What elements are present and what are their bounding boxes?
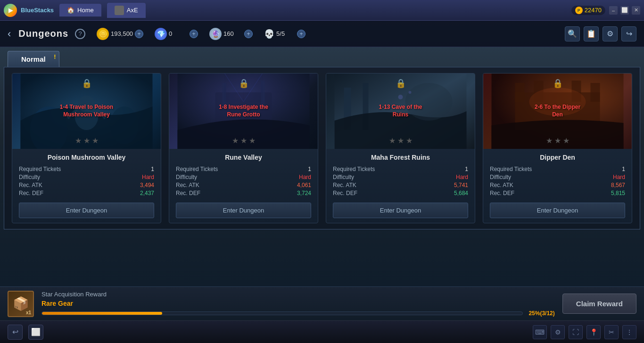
enter-dungeon-button-3[interactable]: Enter Dungeon <box>333 203 468 218</box>
difficulty-label-2: Difficulty <box>176 174 197 180</box>
difficulty-value-1: Hard <box>142 174 154 180</box>
add-gold-button[interactable]: + <box>135 30 143 38</box>
enter-dungeon-button-1[interactable]: Enter Dungeon <box>19 203 154 218</box>
stat-atk-2: Rec. ATK 4,061 <box>176 182 311 188</box>
crystal-value: 160 <box>223 30 242 37</box>
game-top-bar: ‹ Dungeons ? 🪙 193,500 + 💎 0 + 🔮 160 + 💀… <box>0 21 644 47</box>
dungeon-card-1: 1-4 Travel to Poison Mushroom Valley 🔒 ★… <box>12 73 161 223</box>
close-button[interactable]: ✕ <box>632 6 640 15</box>
game-area: ‹ Dungeons ? 🪙 193,500 + 💎 0 + 🔮 160 + 💀… <box>0 21 644 320</box>
quest-label-1: 1-4 Travel to Poison Mushroom Valley <box>58 104 115 118</box>
star-2-1: ★ <box>232 136 239 145</box>
difficulty-value-3: Hard <box>456 174 468 180</box>
dungeon-name-1: Poison Mushroom Valley <box>19 154 154 161</box>
reward-progress-bar <box>41 311 523 315</box>
reward-chest: 📦 x1 <box>8 291 34 317</box>
settings-taskbar-button[interactable]: ⚙ <box>551 325 565 339</box>
taskbar: ↩ ⬜ ⌨ ⚙ ⛶ 📍 ✂ ⋮ <box>0 320 644 343</box>
exit-button[interactable]: ↪ <box>621 26 636 41</box>
stat-difficulty-3: Difficulty Hard <box>333 174 468 180</box>
stat-tickets-1: Required Tickets 1 <box>19 166 154 172</box>
dungeon-name-4: Dipper Den <box>490 154 625 161</box>
title-bar: ▶ BlueStacks 🏠 Home AxE P 22470 – ⬜ ✕ <box>0 0 644 21</box>
tickets-label-3: Required Tickets <box>333 166 375 172</box>
stat-atk-3: Rec. ATK 5,741 <box>333 182 468 188</box>
add-gem-button[interactable]: + <box>190 30 198 38</box>
stat-tickets-4: Required Tickets 1 <box>490 166 625 172</box>
help-icon: ? <box>78 30 82 37</box>
minimize-button[interactable]: – <box>609 6 618 15</box>
tickets-label-2: Required Tickets <box>176 166 218 172</box>
atk-value-4: 8,567 <box>611 182 625 188</box>
cut-button[interactable]: ✂ <box>604 325 619 339</box>
more-button[interactable]: ⋮ <box>622 325 636 339</box>
claim-reward-button[interactable]: Claim Reward <box>562 294 636 314</box>
dungeon-image-1: 1-4 Travel to Poison Mushroom Valley 🔒 ★… <box>12 74 161 149</box>
dungeon-info-3: Maha Forest Ruins Required Tickets 1 Dif… <box>326 149 475 223</box>
enter-dungeon-button-2[interactable]: Enter Dungeon <box>176 203 311 218</box>
help-button[interactable]: ? <box>75 29 85 39</box>
add-queue-button[interactable]: + <box>297 30 305 38</box>
enter-dungeon-button-4[interactable]: Enter Dungeon <box>490 203 625 218</box>
star-1-1: ★ <box>75 136 82 145</box>
star-2-2: ★ <box>240 136 247 145</box>
star-4-3: ★ <box>563 136 570 145</box>
tab-game[interactable]: AxE <box>107 3 146 18</box>
svg-rect-9 <box>223 83 226 106</box>
gold-icon: 🪙 <box>97 28 109 40</box>
maximize-button[interactable]: ⬜ <box>620 6 629 15</box>
back-button[interactable]: ‹ <box>8 28 11 40</box>
queue-value: 5/5 <box>276 30 295 37</box>
keyboard-button[interactable]: ⌨ <box>533 325 547 339</box>
location-button[interactable]: 📍 <box>586 325 601 339</box>
quest-label-2: 1-8 Investigate the Rune Grotto <box>215 104 272 118</box>
quest-label-3: 1-13 Cave of the Ruins <box>372 104 429 118</box>
stars-row-1: ★ ★ ★ <box>75 136 99 145</box>
stars-row-2: ★ ★ ★ <box>232 136 256 145</box>
title-controls: – ⬜ ✕ <box>609 6 640 15</box>
stat-difficulty-4: Difficulty Hard <box>490 174 625 180</box>
def-value-2: 3,724 <box>297 190 311 196</box>
top-bar-actions: 🔍 📋 ⚙ ↪ <box>565 26 636 41</box>
stat-def-3: Rec. DEF 5,684 <box>333 190 468 196</box>
dungeon-info-2: Rune Valley Required Tickets 1 Difficult… <box>169 149 318 223</box>
stat-difficulty-1: Difficulty Hard <box>19 174 154 180</box>
svg-rect-21 <box>515 83 525 102</box>
atk-value-2: 4,061 <box>297 182 311 188</box>
search-button[interactable]: 🔍 <box>565 26 580 41</box>
def-label-1: Rec. DEF <box>19 190 43 196</box>
home-taskbar-button[interactable]: ⬜ <box>28 325 43 340</box>
gem-icon: 💎 <box>155 28 167 40</box>
home-icon: 🏠 <box>67 7 74 14</box>
stat-atk-4: Rec. ATK 8,567 <box>490 182 625 188</box>
settings-button[interactable]: ⚙ <box>603 26 618 41</box>
bluestacks-logo: ▶ <box>4 4 17 17</box>
reward-bar: 📦 x1 Star Acquisition Reward Rare Gear 2… <box>0 286 644 320</box>
back-taskbar-button[interactable]: ↩ <box>8 325 23 340</box>
gold-value: 193,500 <box>111 30 133 37</box>
star-2-3: ★ <box>249 136 256 145</box>
fullscreen-button[interactable]: ⛶ <box>569 325 583 339</box>
dungeon-name-2: Rune Valley <box>176 154 311 161</box>
lock-icon-2: 🔒 <box>239 78 249 89</box>
dungeon-grid: 1-4 Travel to Poison Mushroom Valley 🔒 ★… <box>4 67 640 229</box>
skull-icon: 💀 <box>264 29 274 39</box>
normal-tab-alert: ! <box>54 53 56 60</box>
book-button[interactable]: 📋 <box>584 26 599 41</box>
stars-row-4: ★ ★ ★ <box>546 136 570 145</box>
dungeon-image-3: 1-13 Cave of the Ruins 🔒 ★ ★ ★ <box>326 74 475 149</box>
reward-progress-fill <box>42 312 162 315</box>
lock-icon-3: 🔒 <box>396 78 406 89</box>
star-4-2: ★ <box>554 136 561 145</box>
tab-normal[interactable]: Normal ! <box>8 51 59 67</box>
add-crystal-button[interactable]: + <box>244 30 253 38</box>
def-value-1: 2,437 <box>140 190 154 196</box>
stat-tickets-2: Required Tickets 1 <box>176 166 311 172</box>
tab-home[interactable]: 🏠 Home <box>59 4 101 16</box>
dungeon-card-2: 1-8 Investigate the Rune Grotto 🔒 ★ ★ ★ … <box>169 73 318 223</box>
coin-icon: P <box>575 7 583 14</box>
atk-value-3: 5,741 <box>454 182 468 188</box>
dungeon-info-4: Dipper Den Required Tickets 1 Difficulty… <box>483 149 632 223</box>
atk-label-1: Rec. ATK <box>19 182 42 188</box>
stat-tickets-3: Required Tickets 1 <box>333 166 468 172</box>
